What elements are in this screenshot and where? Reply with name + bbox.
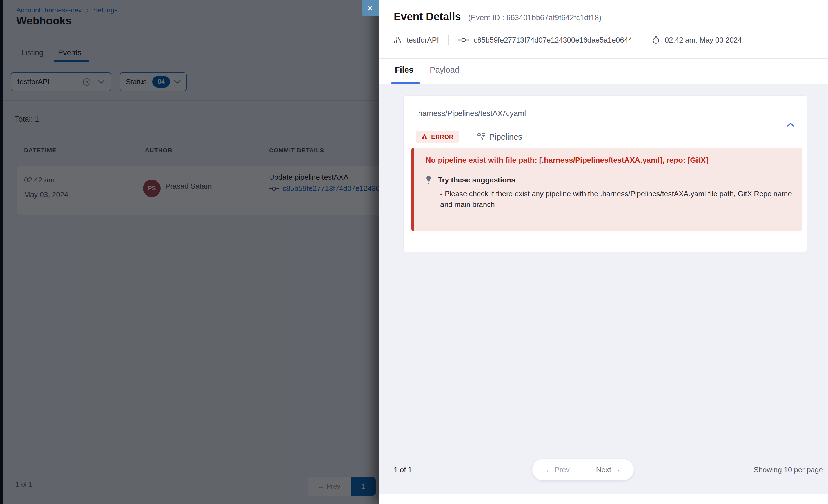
event-id-label: (Event ID : 663401bb67af9f642fc1df18) <box>468 13 602 22</box>
clock-icon <box>652 36 660 44</box>
page-count-summary: 1 of 1 <box>394 465 412 474</box>
suggestions-text: - Please check if there exist any pipeli… <box>440 188 792 210</box>
next-button[interactable]: Next → <box>583 459 634 480</box>
pipelines-icon <box>478 133 485 140</box>
suggestions-header: Try these suggestions <box>425 175 791 184</box>
warning-triangle-icon <box>421 134 428 140</box>
drawer-title: Event Details <box>394 11 461 23</box>
prev-button[interactable]: ← Prev <box>532 459 583 480</box>
error-message-box: No pipeline exist with file path: [.harn… <box>411 148 802 232</box>
drawer-tabs: Files Payload <box>395 65 459 75</box>
event-details-drawer: ✕ Event Details (Event ID : 663401bb67af… <box>378 0 828 504</box>
drawer-header-divider <box>378 58 828 58</box>
tab-files[interactable]: Files <box>395 65 413 75</box>
per-page-label: Showing 10 per page <box>754 465 823 474</box>
close-drawer-button[interactable]: ✕ <box>362 0 378 16</box>
drawer-pagination: 1 of 1 ← Prev Next → Showing 10 per page <box>394 459 823 480</box>
close-icon: ✕ <box>366 3 373 13</box>
event-meta-row: testforAPI c85b59fe27713f74d07e124300e16… <box>394 34 742 46</box>
webhook-icon <box>394 36 402 44</box>
files-tab-panel: .harness/Pipelines/testAXA.yaml ERROR <box>378 84 828 494</box>
lightbulb-icon <box>425 175 432 184</box>
error-status-badge: ERROR <box>416 131 459 143</box>
drawer-header: Event Details (Event ID : 663401bb67af9f… <box>394 11 602 23</box>
webhooks-events-screen: Account: harness-dev › Settings Webhooks… <box>0 0 828 504</box>
suggestions-title: Try these suggestions <box>438 176 515 184</box>
error-message-text: No pipeline exist with file path: [.harn… <box>425 156 791 165</box>
meta-divider <box>448 35 449 45</box>
file-path-label: .harness/Pipelines/testAXA.yaml <box>416 109 526 118</box>
event-datetime: 02:42 am, May 03 2024 <box>665 36 742 44</box>
active-tab-underline <box>391 82 420 84</box>
prev-next-controls: ← Prev Next → <box>532 459 634 480</box>
status-row: ERROR Pipelines <box>416 130 523 143</box>
entity-type-label: Pipelines <box>489 132 523 142</box>
collapse-card-button chevron-up-icon[interactable] <box>787 122 794 127</box>
entity-type: Pipelines <box>478 132 523 142</box>
tab-payload[interactable]: Payload <box>430 65 459 75</box>
file-result-card: .harness/Pipelines/testAXA.yaml ERROR <box>403 95 807 252</box>
webhook-name: testforAPI <box>407 36 439 44</box>
event-commit-sha: c85b59fe27713f74d07e124300e16dae5a1e0644 <box>474 36 632 44</box>
commit-icon <box>458 37 469 43</box>
error-badge-label: ERROR <box>431 133 454 140</box>
badge-divider <box>468 132 468 142</box>
meta-divider <box>642 35 643 45</box>
